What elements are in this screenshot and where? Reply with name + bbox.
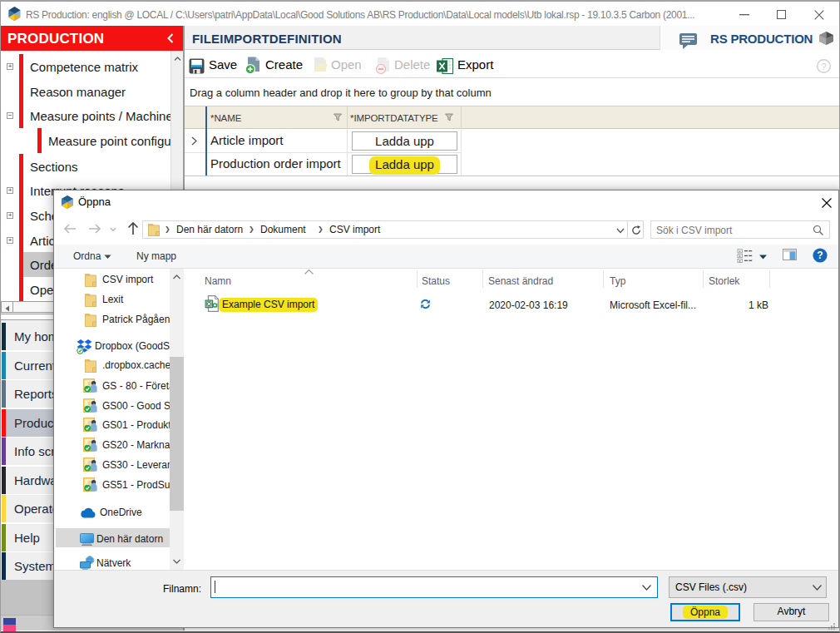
svg-text:?: ? (821, 62, 826, 72)
svg-text:?: ? (817, 250, 823, 261)
